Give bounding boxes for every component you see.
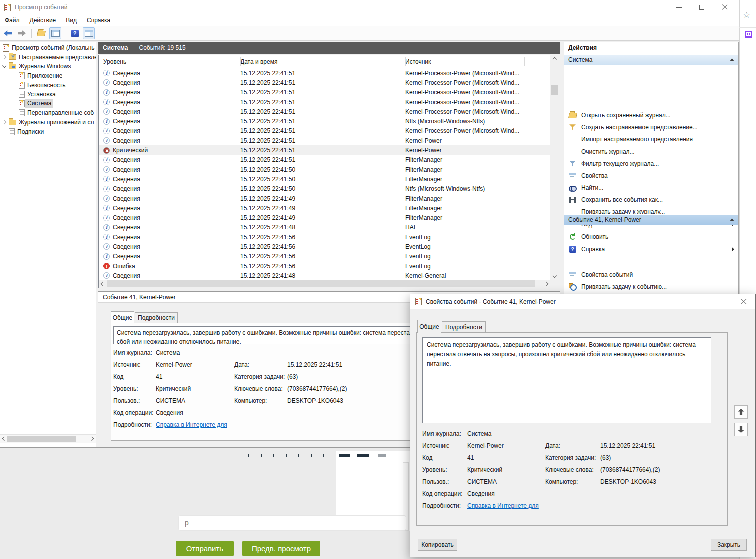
table-row[interactable]: iСведения15.12.2025 22:41:56EventLog: [99, 252, 550, 261]
tree-item-system[interactable]: Система: [0, 99, 96, 109]
table-row[interactable]: iСведения15.12.2025 22:41:56EventLog: [99, 242, 550, 251]
bookmark-star-icon[interactable]: ☆: [743, 10, 750, 20]
back-button[interactable]: [2, 27, 14, 39]
scrollbar-thumb[interactable]: [107, 280, 535, 287]
scroll-up-button[interactable]: [550, 55, 559, 63]
table-row[interactable]: iСведения15.12.2025 22:41:50Ntfs (Micros…: [99, 184, 550, 194]
tree-item-subscriptions[interactable]: Подписки: [0, 127, 96, 136]
tree-root-event-viewer[interactable]: Просмотр событий (Локальнь: [0, 43, 96, 53]
tree-item-application[interactable]: Приложение: [0, 71, 96, 81]
action-attach-task-to-event[interactable]: Привязать задачу к событию...: [564, 281, 738, 293]
chevron-right-icon[interactable]: [2, 120, 6, 124]
table-row[interactable]: iСведения15.12.2025 22:41:51Ntfs (Micros…: [99, 116, 550, 126]
table-row[interactable]: iСведения15.12.2025 22:41:51Kernel-Power: [99, 136, 550, 145]
close-dialog-button[interactable]: Закрыть: [711, 539, 747, 551]
help-button[interactable]: ?: [69, 27, 81, 39]
tree-item-setup[interactable]: Установка: [0, 90, 96, 99]
table-row[interactable]: iСведения15.12.2025 22:41:51Kernel-Proce…: [99, 68, 550, 78]
menu-bar: Файл Действие Вид Справка: [0, 15, 739, 26]
actions-section-system[interactable]: Система: [564, 54, 738, 65]
tree-horizontal-scrollbar[interactable]: [0, 434, 96, 443]
menu-view[interactable]: Вид: [61, 15, 82, 26]
action-find[interactable]: Найти...: [564, 182, 738, 194]
table-row[interactable]: iСведения15.12.2025 22:41:50FilterManage…: [99, 165, 550, 174]
chevron-right-icon[interactable]: [2, 55, 6, 59]
tree-item-windows-logs[interactable]: Журналы Windows: [0, 62, 96, 71]
maximize-button[interactable]: [690, 0, 713, 15]
table-vertical-scrollbar[interactable]: [550, 55, 559, 280]
table-row-selected[interactable]: Критический15.12.2025 22:41:51Kernel-Pow…: [99, 145, 550, 155]
forum-text-input[interactable]: p: [178, 515, 406, 531]
action-refresh[interactable]: Обновить: [564, 231, 738, 243]
action-save-all-events[interactable]: Сохранить все события как...: [564, 194, 738, 206]
copy-button[interactable]: Копировать: [418, 539, 457, 551]
table-row[interactable]: iСведения15.12.2025 22:41:56EventLog: [99, 232, 550, 242]
tree-item-security[interactable]: Безопасность: [0, 80, 96, 90]
tree-item-app-service-logs[interactable]: Журналы приложений и сл: [0, 118, 96, 127]
menu-help[interactable]: Справка: [82, 15, 115, 26]
previous-event-button[interactable]: [734, 405, 748, 419]
column-datetime[interactable]: Дата и время: [240, 58, 405, 65]
action-open-saved-log[interactable]: Открыть сохраненный журнал...: [564, 109, 738, 121]
online-help-link[interactable]: Справка в Интернете для: [156, 421, 227, 428]
table-row[interactable]: iСведения15.12.2025 22:41:51Kernel-Proce…: [99, 107, 550, 116]
field-label: Дата:: [545, 442, 560, 449]
scroll-left-button[interactable]: [99, 280, 107, 288]
table-row[interactable]: iСведения15.12.2025 22:41:49FilterManage…: [99, 213, 550, 222]
tree-item-custom-views[interactable]: Настраиваемые представле: [0, 53, 96, 62]
table-row[interactable]: iСведения15.12.2025 22:41:49FilterManage…: [99, 203, 550, 213]
twitch-icon[interactable]: [745, 31, 752, 38]
close-button[interactable]: [713, 0, 736, 15]
menu-file[interactable]: Файл: [0, 15, 25, 26]
console-tree-toggle-button[interactable]: [49, 27, 61, 39]
table-row[interactable]: !Ошибка15.12.2025 22:41:56EventLog: [99, 261, 550, 271]
scrollbar-thumb[interactable]: [551, 85, 558, 95]
action-create-custom-view[interactable]: Создать настраиваемое представление...: [564, 121, 738, 133]
table-row[interactable]: iСведения15.12.2025 22:41:48HAL: [99, 223, 550, 232]
action-filter-current-log[interactable]: Фильтр текущего журнала...: [564, 158, 738, 170]
tree-item-forwarded-events[interactable]: Перенаправленные соб: [0, 108, 96, 118]
event-message-box[interactable]: Система перезагрузилась, завершив работу…: [422, 337, 711, 423]
column-level[interactable]: Уровень: [99, 58, 240, 65]
online-help-link[interactable]: Справка в Интернете для: [467, 502, 539, 509]
collapse-icon[interactable]: [730, 218, 734, 221]
action-clear-log[interactable]: Очистить журнал...: [564, 146, 738, 158]
forward-button[interactable]: [16, 27, 28, 39]
table-row[interactable]: iСведения15.12.2025 22:41:50FilterManage…: [99, 174, 550, 184]
action-properties[interactable]: Свойства: [564, 170, 738, 182]
table-row[interactable]: iСведения15.12.2025 22:41:51FilterManage…: [99, 155, 550, 165]
scroll-down-button[interactable]: [550, 272, 559, 280]
action-help[interactable]: ?Справка: [564, 243, 738, 255]
table-row[interactable]: iСведения15.12.2025 22:41:51Kernel-Proce…: [99, 78, 550, 87]
table-row[interactable]: iСведения15.12.2025 22:41:51Kernel-Proce…: [99, 88, 550, 97]
minimize-button[interactable]: [667, 0, 690, 15]
table-horizontal-scrollbar[interactable]: [99, 280, 550, 288]
actions-section-event-41[interactable]: Событие 41, Kernel-Power: [564, 214, 738, 225]
tab-general[interactable]: Общие: [111, 311, 134, 323]
chevron-down-icon[interactable]: [2, 64, 6, 68]
dialog-tab-general[interactable]: Общие: [417, 320, 441, 333]
table-row[interactable]: iСведения15.12.2025 22:41:49FilterManage…: [99, 194, 550, 203]
action-pane-toggle-button[interactable]: [83, 27, 95, 39]
dialog-tab-details[interactable]: Подробности: [442, 321, 486, 333]
send-button[interactable]: Отправить: [176, 541, 234, 556]
table-row[interactable]: iСведения15.12.2025 22:41:51Kernel-Proce…: [99, 126, 550, 136]
table-rows: iСведения15.12.2025 22:41:51Kernel-Proce…: [99, 68, 550, 280]
action-event-properties[interactable]: Свойства событий: [564, 269, 738, 281]
scroll-right-button[interactable]: [542, 280, 550, 288]
next-event-button[interactable]: [734, 423, 748, 436]
open-saved-log-button[interactable]: [35, 27, 47, 39]
preview-button[interactable]: Предв. просмотр: [242, 541, 320, 556]
menu-action[interactable]: Действие: [25, 15, 61, 26]
action-import-custom-view[interactable]: Импорт настраиваемого представления: [564, 133, 738, 145]
table-row[interactable]: iСведения15.12.2025 22:41:51Kernel-Proce…: [99, 97, 550, 107]
dialog-close-button[interactable]: [734, 294, 753, 309]
collapse-icon[interactable]: [730, 58, 734, 61]
table-row[interactable]: iСведения15.12.2025 22:41:48Kernel-Gener…: [99, 271, 550, 280]
close-icon: [741, 299, 747, 305]
field-value: Система: [467, 430, 491, 437]
tab-details[interactable]: Подробности: [135, 312, 178, 323]
scrollbar-thumb[interactable]: [7, 436, 76, 442]
column-source[interactable]: Источник: [405, 58, 558, 65]
scroll-right-button[interactable]: [88, 435, 96, 443]
